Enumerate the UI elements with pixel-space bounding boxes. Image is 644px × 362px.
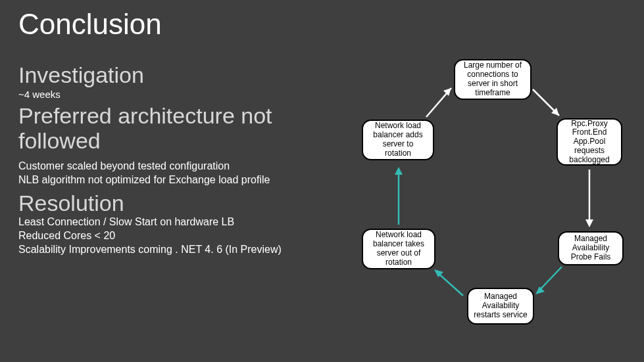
arch-bullet-2: NLB algorithm not optimized for Exchange… — [18, 173, 347, 187]
svg-line-6 — [538, 267, 562, 292]
arrow-tr-to-br — [578, 167, 604, 233]
investigation-duration: ~4 weeks — [18, 89, 347, 100]
res-bullet-2: Reduced Cores < 20 — [18, 229, 347, 243]
node-top-left: Network load balancer adds server to rot… — [362, 120, 434, 160]
node-bottom: Managed Availability restarts service — [467, 288, 534, 325]
svg-line-8 — [437, 272, 463, 296]
svg-marker-7 — [535, 286, 545, 294]
left-column: Investigation ~4 weeks Preferred archite… — [18, 59, 347, 257]
heading-resolution: Resolution — [18, 191, 347, 215]
svg-marker-11 — [395, 167, 403, 175]
slide-title: Conclusion — [0, 0, 644, 41]
res-bullet-1: Least Connection / Slow Start on hardwar… — [18, 215, 347, 229]
heading-architecture: Preferred architecture not followed — [18, 104, 347, 153]
arrow-bot-to-bl — [421, 263, 474, 309]
arrow-bl-to-tl — [387, 163, 413, 229]
arch-bullet-1: Customer scaled beyond tested configurat… — [18, 160, 347, 173]
heading-investigation: Investigation — [18, 63, 347, 87]
svg-marker-5 — [585, 219, 593, 227]
res-bullet-3: Scalability Improvements coming . NET 4.… — [18, 243, 347, 257]
cycle-diagram: Large number of connections to server in… — [349, 59, 638, 342]
arrow-top-to-tr — [526, 79, 579, 131]
arrow-tl-to-top — [414, 72, 467, 125]
arrow-br-to-bot — [526, 260, 579, 306]
